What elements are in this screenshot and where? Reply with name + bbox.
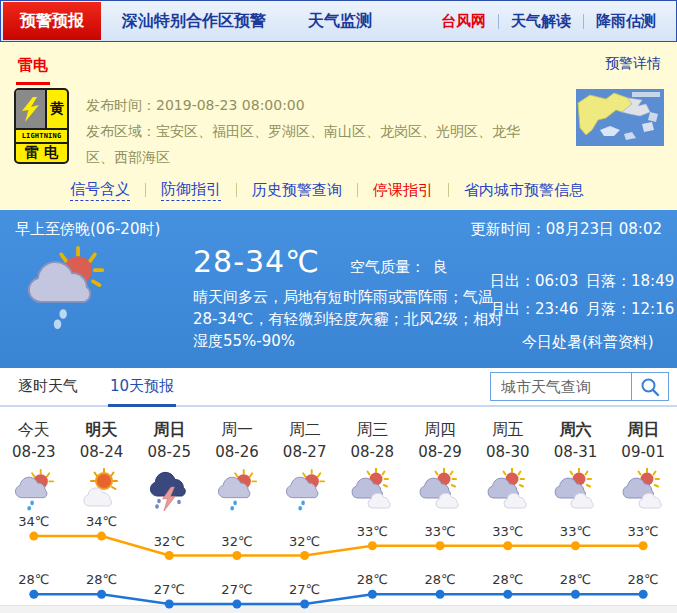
panel-head: 早上至傍晚(06-20时) 更新时间：08月23日 08:02 — [0, 210, 677, 239]
link-province-warnings[interactable]: 省内城市预警信息 — [464, 181, 584, 200]
warning-level-badge: 黄 — [47, 90, 67, 128]
temperature-point — [571, 541, 580, 550]
nav-tab-warning-forecast[interactable]: 预警预报 — [3, 2, 101, 40]
forecast-day-column[interactable]: 今天08-23 — [0, 407, 68, 513]
alert-type-tab-lightning[interactable]: 雷电 — [16, 43, 50, 85]
shower-sun-icon — [24, 244, 106, 334]
temperature-label: 33℃ — [424, 524, 455, 539]
temperature-point — [232, 600, 241, 609]
temperature-point — [503, 541, 512, 550]
city-search-input[interactable] — [491, 373, 631, 400]
nav-right-links: 台风网 天气解读 降雨估测 — [429, 1, 676, 41]
temperature-point — [232, 551, 241, 560]
day-date: 08-30 — [474, 443, 542, 467]
weather-description: 晴天间多云，局地有短时阵雨或雷阵雨；气温28-34℃，有轻微到轻度灰霾；北风2级… — [193, 286, 511, 352]
sunrise: 日出：06:03 — [490, 272, 578, 291]
temperature-point — [97, 590, 106, 599]
temperature-point — [436, 541, 445, 550]
nav-link-weather-explain[interactable]: 天气解读 — [499, 12, 583, 31]
nav-link-rain-estimate[interactable]: 降雨估测 — [584, 12, 668, 31]
link-class-suspension[interactable]: 停课指引 — [373, 181, 433, 200]
warning-type-en: LIGHTNING — [16, 130, 67, 144]
publish-time-row: 发布时间：2019-08-23 08:00:00 — [86, 92, 547, 118]
publish-time-value: 2019-08-23 08:00:00 — [156, 97, 305, 113]
forecast-day-column[interactable]: 周二08-27 — [271, 407, 339, 513]
temperature-point — [29, 532, 38, 541]
sunset: 日落：18:49 — [586, 272, 674, 291]
search-icon — [639, 376, 661, 398]
temperature-point — [300, 600, 309, 609]
temperature-point — [368, 590, 377, 599]
thunderstorm-icon — [135, 467, 203, 513]
publish-area-row: 发布区域：宝安区、福田区、罗湖区、南山区、龙岗区、光明区、龙华区、西部海区 — [86, 118, 547, 170]
最低气温-line — [34, 594, 643, 604]
update-time-label: 更新时间： — [471, 220, 546, 238]
day-date: 08-25 — [135, 443, 203, 467]
forecast-day-column[interactable]: 周日08-25 — [135, 407, 203, 513]
nav-item-weather-monitor[interactable]: 天气监测 — [287, 1, 393, 41]
cloudy-sun-icon — [609, 467, 677, 513]
link-history-query[interactable]: 历史预警查询 — [252, 181, 342, 200]
current-weather-panel: 早上至傍晚(06-20时) 更新时间：08月23日 08:02 28 — [0, 210, 677, 368]
moonrise-value: 23:46 — [535, 300, 578, 318]
forecast-columns: 今天08-23明天08-24周日08-25周一08-26周二08-27周三08-… — [0, 407, 677, 513]
temperature-label: 33℃ — [560, 524, 591, 539]
link-signal-meaning[interactable]: 信号含义 — [70, 180, 130, 201]
temperature-label: 28℃ — [560, 572, 591, 587]
temperature-label: 27℃ — [154, 582, 185, 597]
sun-moon-table: 日出：06:03 日落：18:49 月出：23:46 月落：12:16 — [490, 272, 674, 319]
temperature-label: 32℃ — [221, 534, 252, 549]
search-button[interactable] — [631, 373, 668, 400]
forecast-day-column[interactable]: 周六08-31 — [542, 407, 610, 513]
forecast-day-column[interactable]: 周五08-30 — [474, 407, 542, 513]
tab-hourly-weather[interactable]: 逐时天气 — [16, 368, 80, 405]
alert-bar: 雷电 预警详情 — [0, 42, 677, 86]
top-nav: 预警预报 深汕特别合作区预警 天气监测 台风网 天气解读 降雨估测 — [0, 0, 677, 42]
shenzhen-warning-map[interactable] — [576, 89, 664, 146]
publish-time-label: 发布时间： — [86, 97, 156, 113]
temperature-label: 28℃ — [424, 572, 455, 587]
tab-10day-forecast[interactable]: 10天预报 — [108, 368, 176, 407]
temperature-label: 27℃ — [289, 582, 320, 597]
day-name: 周六 — [542, 407, 610, 443]
air-quality-value: 良 — [433, 258, 448, 277]
temperature-point — [165, 600, 174, 609]
day-date: 08-27 — [271, 443, 339, 467]
temperature-trend-chart: 34℃34℃32℃32℃32℃33℃33℃33℃33℃33℃28℃28℃27℃2… — [0, 513, 677, 613]
moonset-label: 月落： — [586, 300, 631, 318]
warning-type-cn: 雷电 — [16, 144, 67, 162]
temperature-point — [165, 551, 174, 560]
day-date: 08-24 — [68, 443, 136, 467]
day-name: 周日 — [609, 407, 677, 443]
forecast-day-column[interactable]: 周四08-29 — [406, 407, 474, 513]
solar-term-link[interactable]: 今日处暑(科普资料) — [522, 333, 654, 352]
forecast-day-column[interactable]: 周三08-28 — [338, 407, 406, 513]
forecast-day-column[interactable]: 周一08-26 — [203, 407, 271, 513]
temperature-point — [368, 541, 377, 550]
temperature-label: 32℃ — [154, 534, 185, 549]
sunny-cloud-icon — [68, 467, 136, 513]
nav-item-shenshan[interactable]: 深汕特别合作区预警 — [101, 1, 287, 41]
tabs-row: 逐时天气 10天预报 — [0, 368, 677, 407]
cloudy-sun-icon — [474, 467, 542, 513]
day-name: 周一 — [203, 407, 271, 443]
lightning-yellow-warning-icon: 黄 LIGHTNING 雷电 — [14, 88, 69, 164]
update-time: 更新时间：08月23日 08:02 — [471, 220, 662, 239]
forecast-period: 早上至傍晚(06-20时) — [15, 220, 160, 239]
warning-text: 发布时间：2019-08-23 08:00:00 发布区域：宝安区、福田区、罗湖… — [69, 88, 547, 172]
link-separator — [145, 183, 146, 197]
nav-link-typhoon[interactable]: 台风网 — [429, 12, 498, 31]
shower-sun-icon — [203, 467, 271, 513]
temperature-label: 27℃ — [221, 582, 252, 597]
sunset-label: 日落： — [586, 272, 631, 290]
forecast-day-column[interactable]: 周日09-01 — [609, 407, 677, 513]
alert-detail-link[interactable]: 预警详情 — [605, 55, 661, 73]
ten-day-forecast: 今天08-23明天08-24周日08-25周一08-26周二08-27周三08-… — [0, 407, 677, 613]
link-separator — [357, 183, 358, 197]
day-name: 周二 — [271, 407, 339, 443]
city-search — [490, 372, 669, 401]
link-defense-guide[interactable]: 防御指引 — [161, 180, 221, 201]
forecast-day-column[interactable]: 明天08-24 — [68, 407, 136, 513]
moonset: 月落：12:16 — [586, 300, 674, 319]
最高气温-line — [34, 536, 643, 555]
